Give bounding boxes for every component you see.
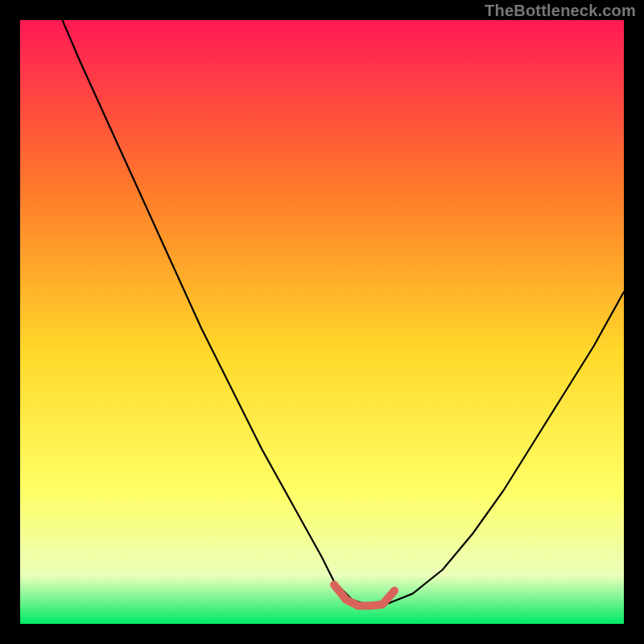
- plot-area: [20, 20, 624, 624]
- watermark-text: TheBottleneck.com: [485, 2, 636, 20]
- curve-layer: [20, 20, 624, 624]
- optimal-band-marker: [334, 584, 394, 605]
- bottleneck-curve: [63, 20, 625, 606]
- chart-frame: TheBottleneck.com: [0, 0, 644, 644]
